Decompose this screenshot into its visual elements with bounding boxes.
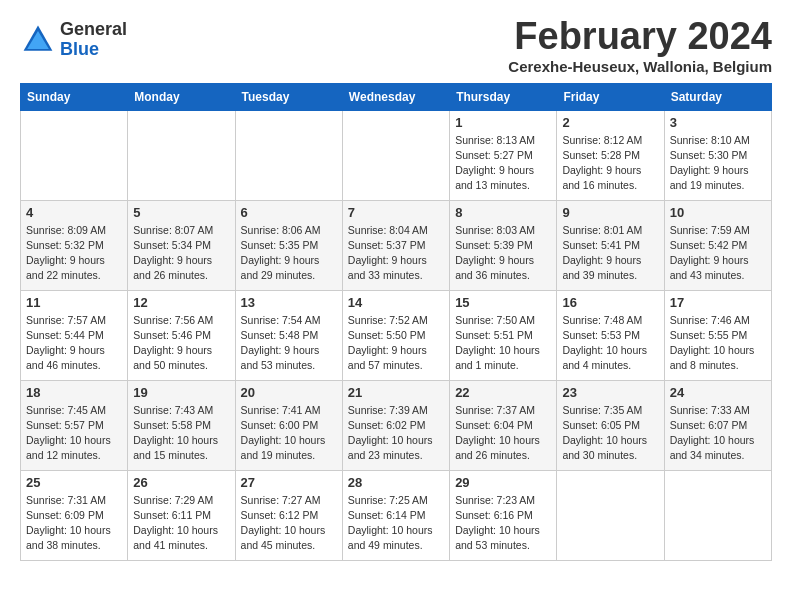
day-number: 12	[133, 295, 229, 310]
calendar-cell: 20Sunrise: 7:41 AMSunset: 6:00 PMDayligh…	[235, 380, 342, 470]
calendar-cell: 25Sunrise: 7:31 AMSunset: 6:09 PMDayligh…	[21, 470, 128, 560]
day-info: Sunrise: 7:39 AMSunset: 6:02 PMDaylight:…	[348, 403, 444, 464]
calendar-cell: 17Sunrise: 7:46 AMSunset: 5:55 PMDayligh…	[664, 290, 771, 380]
day-info: Sunrise: 7:35 AMSunset: 6:05 PMDaylight:…	[562, 403, 658, 464]
day-number: 24	[670, 385, 766, 400]
day-number: 11	[26, 295, 122, 310]
day-info: Sunrise: 8:04 AMSunset: 5:37 PMDaylight:…	[348, 223, 444, 284]
calendar-cell: 18Sunrise: 7:45 AMSunset: 5:57 PMDayligh…	[21, 380, 128, 470]
day-number: 21	[348, 385, 444, 400]
calendar-cell: 12Sunrise: 7:56 AMSunset: 5:46 PMDayligh…	[128, 290, 235, 380]
day-info: Sunrise: 7:29 AMSunset: 6:11 PMDaylight:…	[133, 493, 229, 554]
day-number: 4	[26, 205, 122, 220]
day-info: Sunrise: 7:59 AMSunset: 5:42 PMDaylight:…	[670, 223, 766, 284]
day-info: Sunrise: 8:01 AMSunset: 5:41 PMDaylight:…	[562, 223, 658, 284]
day-number: 13	[241, 295, 337, 310]
calendar-week-row: 25Sunrise: 7:31 AMSunset: 6:09 PMDayligh…	[21, 470, 772, 560]
day-number: 7	[348, 205, 444, 220]
calendar-cell: 16Sunrise: 7:48 AMSunset: 5:53 PMDayligh…	[557, 290, 664, 380]
day-info: Sunrise: 8:12 AMSunset: 5:28 PMDaylight:…	[562, 133, 658, 194]
day-info: Sunrise: 7:33 AMSunset: 6:07 PMDaylight:…	[670, 403, 766, 464]
calendar-week-row: 1Sunrise: 8:13 AMSunset: 5:27 PMDaylight…	[21, 110, 772, 200]
weekday-header-row: SundayMondayTuesdayWednesdayThursdayFrid…	[21, 83, 772, 110]
calendar-cell: 13Sunrise: 7:54 AMSunset: 5:48 PMDayligh…	[235, 290, 342, 380]
weekday-header: Thursday	[450, 83, 557, 110]
weekday-header: Wednesday	[342, 83, 449, 110]
day-number: 14	[348, 295, 444, 310]
weekday-header: Tuesday	[235, 83, 342, 110]
day-info: Sunrise: 7:23 AMSunset: 6:16 PMDaylight:…	[455, 493, 551, 554]
day-info: Sunrise: 7:56 AMSunset: 5:46 PMDaylight:…	[133, 313, 229, 374]
day-info: Sunrise: 8:10 AMSunset: 5:30 PMDaylight:…	[670, 133, 766, 194]
day-info: Sunrise: 7:27 AMSunset: 6:12 PMDaylight:…	[241, 493, 337, 554]
title-area: February 2024 Cerexhe-Heuseux, Wallonia,…	[508, 16, 772, 75]
calendar-cell: 14Sunrise: 7:52 AMSunset: 5:50 PMDayligh…	[342, 290, 449, 380]
location-title: Cerexhe-Heuseux, Wallonia, Belgium	[508, 58, 772, 75]
calendar-cell: 22Sunrise: 7:37 AMSunset: 6:04 PMDayligh…	[450, 380, 557, 470]
day-number: 3	[670, 115, 766, 130]
calendar-cell: 5Sunrise: 8:07 AMSunset: 5:34 PMDaylight…	[128, 200, 235, 290]
day-info: Sunrise: 7:41 AMSunset: 6:00 PMDaylight:…	[241, 403, 337, 464]
logo-blue: Blue	[60, 40, 127, 60]
calendar-table: SundayMondayTuesdayWednesdayThursdayFrid…	[20, 83, 772, 561]
day-number: 5	[133, 205, 229, 220]
calendar-cell	[235, 110, 342, 200]
calendar-cell	[128, 110, 235, 200]
calendar-cell	[342, 110, 449, 200]
calendar-cell: 9Sunrise: 8:01 AMSunset: 5:41 PMDaylight…	[557, 200, 664, 290]
calendar-cell: 4Sunrise: 8:09 AMSunset: 5:32 PMDaylight…	[21, 200, 128, 290]
calendar-cell: 27Sunrise: 7:27 AMSunset: 6:12 PMDayligh…	[235, 470, 342, 560]
calendar-cell: 15Sunrise: 7:50 AMSunset: 5:51 PMDayligh…	[450, 290, 557, 380]
calendar-cell: 3Sunrise: 8:10 AMSunset: 5:30 PMDaylight…	[664, 110, 771, 200]
day-number: 9	[562, 205, 658, 220]
day-info: Sunrise: 7:46 AMSunset: 5:55 PMDaylight:…	[670, 313, 766, 374]
calendar-cell: 6Sunrise: 8:06 AMSunset: 5:35 PMDaylight…	[235, 200, 342, 290]
day-number: 6	[241, 205, 337, 220]
calendar-cell: 23Sunrise: 7:35 AMSunset: 6:05 PMDayligh…	[557, 380, 664, 470]
logo: General Blue	[20, 20, 127, 60]
day-info: Sunrise: 7:25 AMSunset: 6:14 PMDaylight:…	[348, 493, 444, 554]
day-number: 1	[455, 115, 551, 130]
logo-text: General Blue	[60, 20, 127, 60]
calendar-cell	[557, 470, 664, 560]
day-number: 2	[562, 115, 658, 130]
day-info: Sunrise: 7:31 AMSunset: 6:09 PMDaylight:…	[26, 493, 122, 554]
day-number: 23	[562, 385, 658, 400]
day-info: Sunrise: 8:03 AMSunset: 5:39 PMDaylight:…	[455, 223, 551, 284]
weekday-header: Sunday	[21, 83, 128, 110]
day-number: 27	[241, 475, 337, 490]
day-number: 17	[670, 295, 766, 310]
calendar-cell: 11Sunrise: 7:57 AMSunset: 5:44 PMDayligh…	[21, 290, 128, 380]
logo-icon	[20, 22, 56, 58]
calendar-cell: 28Sunrise: 7:25 AMSunset: 6:14 PMDayligh…	[342, 470, 449, 560]
day-info: Sunrise: 7:37 AMSunset: 6:04 PMDaylight:…	[455, 403, 551, 464]
calendar-cell: 19Sunrise: 7:43 AMSunset: 5:58 PMDayligh…	[128, 380, 235, 470]
month-title: February 2024	[508, 16, 772, 58]
day-number: 28	[348, 475, 444, 490]
calendar-cell: 29Sunrise: 7:23 AMSunset: 6:16 PMDayligh…	[450, 470, 557, 560]
logo-general: General	[60, 20, 127, 40]
calendar-week-row: 4Sunrise: 8:09 AMSunset: 5:32 PMDaylight…	[21, 200, 772, 290]
day-info: Sunrise: 7:57 AMSunset: 5:44 PMDaylight:…	[26, 313, 122, 374]
page-header: General Blue February 2024 Cerexhe-Heuse…	[20, 16, 772, 75]
day-info: Sunrise: 7:48 AMSunset: 5:53 PMDaylight:…	[562, 313, 658, 374]
day-info: Sunrise: 8:13 AMSunset: 5:27 PMDaylight:…	[455, 133, 551, 194]
day-number: 20	[241, 385, 337, 400]
day-info: Sunrise: 8:09 AMSunset: 5:32 PMDaylight:…	[26, 223, 122, 284]
day-number: 15	[455, 295, 551, 310]
day-number: 18	[26, 385, 122, 400]
day-info: Sunrise: 8:07 AMSunset: 5:34 PMDaylight:…	[133, 223, 229, 284]
calendar-cell: 21Sunrise: 7:39 AMSunset: 6:02 PMDayligh…	[342, 380, 449, 470]
day-number: 25	[26, 475, 122, 490]
calendar-cell	[21, 110, 128, 200]
calendar-cell: 2Sunrise: 8:12 AMSunset: 5:28 PMDaylight…	[557, 110, 664, 200]
day-info: Sunrise: 7:43 AMSunset: 5:58 PMDaylight:…	[133, 403, 229, 464]
calendar-cell: 1Sunrise: 8:13 AMSunset: 5:27 PMDaylight…	[450, 110, 557, 200]
day-number: 19	[133, 385, 229, 400]
calendar-cell: 26Sunrise: 7:29 AMSunset: 6:11 PMDayligh…	[128, 470, 235, 560]
calendar-cell: 8Sunrise: 8:03 AMSunset: 5:39 PMDaylight…	[450, 200, 557, 290]
calendar-cell	[664, 470, 771, 560]
weekday-header: Monday	[128, 83, 235, 110]
day-number: 10	[670, 205, 766, 220]
calendar-week-row: 18Sunrise: 7:45 AMSunset: 5:57 PMDayligh…	[21, 380, 772, 470]
